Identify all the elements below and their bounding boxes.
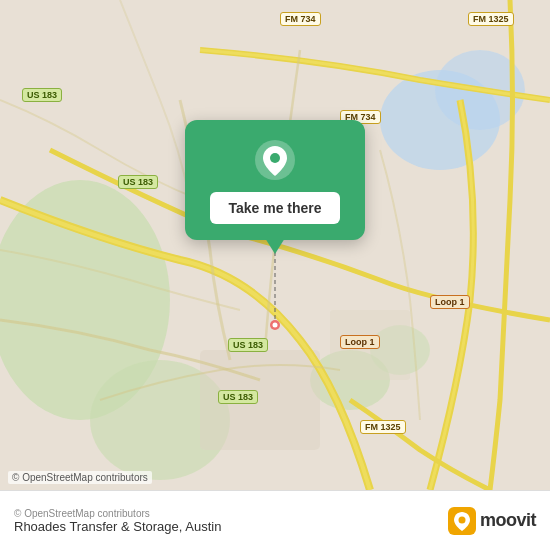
road-label-us183-lower: US 183 (228, 338, 268, 352)
location-pin-icon (253, 138, 297, 182)
road-label-us183-left: US 183 (22, 88, 62, 102)
road-label-loop1-mid: Loop 1 (340, 335, 380, 349)
location-info: © OpenStreetMap contributors Rhoades Tra… (14, 508, 221, 534)
moovit-pin-icon (448, 507, 476, 535)
road-label-us183-bottom: US 183 (218, 390, 258, 404)
road-label-fm1325-bottom: FM 1325 (360, 420, 406, 434)
popup-card: Take me there (185, 120, 365, 240)
svg-point-15 (458, 516, 465, 523)
svg-point-11 (273, 323, 278, 328)
attribution-text: © OpenStreetMap contributors (14, 508, 221, 519)
bottom-bar: © OpenStreetMap contributors Rhoades Tra… (0, 490, 550, 550)
road-label-fm1325-top: FM 1325 (468, 12, 514, 26)
location-name: Rhoades Transfer & Storage, Austin (14, 519, 221, 534)
take-me-there-button[interactable]: Take me there (210, 192, 339, 224)
road-label-loop1-right: Loop 1 (430, 295, 470, 309)
moovit-brand-text: moovit (480, 510, 536, 531)
moovit-logo: moovit (448, 507, 536, 535)
road-label-fm734-top: FM 734 (280, 12, 321, 26)
map-attribution: © OpenStreetMap contributors (8, 471, 152, 484)
map-container: FM 734 US 183 US 183 FM 734 FM 1325 Loop… (0, 0, 550, 490)
svg-point-13 (270, 153, 280, 163)
road-label-us183-mid: US 183 (118, 175, 158, 189)
